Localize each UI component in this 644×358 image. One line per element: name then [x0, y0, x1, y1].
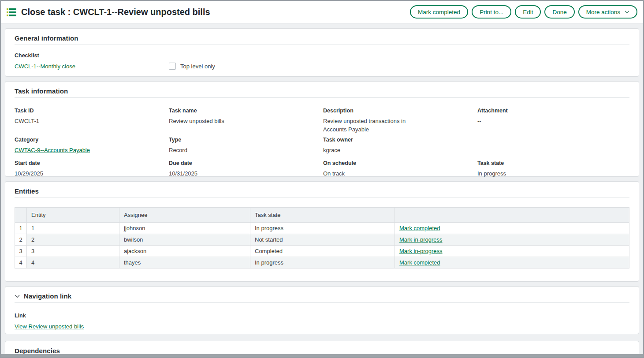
row-number: 3 [15, 246, 27, 257]
assignee-cell: ajackson [119, 246, 250, 257]
type-field: Type Record [169, 137, 323, 154]
table-row: 3 3 ajackson Completed Mark in-progress [15, 246, 629, 257]
task-information-heading: Task information [15, 87, 68, 95]
view-task-link[interactable]: View Review unposted bills [15, 323, 84, 330]
category-field: Category CWTAC-9--Accounts Payable [15, 137, 169, 154]
task-state-cell: Not started [250, 234, 395, 246]
column-header-action [395, 208, 629, 223]
table-row: 2 2 bwilson Not started Mark in-progress [15, 234, 629, 246]
entities-table-header-row: Entity Assignee Task state [15, 208, 629, 223]
checklist-field: Checklist CWCL-1--Monthly close [15, 52, 169, 71]
checklist-label: Checklist [15, 52, 169, 59]
task-information-section: Task information Task ID CWCLT-1 Task na… [5, 81, 639, 177]
assignee-cell: thayes [119, 257, 250, 268]
general-information-heading: General information [15, 34, 78, 42]
page-title: Close task : CWCLT-1--Review unposted bi… [21, 7, 210, 17]
assignee-cell: jjohnson [119, 223, 250, 234]
task-id-field: Task ID CWCLT-1 [15, 108, 169, 134]
edit-button[interactable]: Edit [515, 5, 541, 19]
row-number: 1 [15, 223, 27, 234]
table-row: 4 4 thayes In progress Mark completed [15, 257, 629, 268]
task-state-field: Task state In progress [477, 160, 629, 178]
window-bottom-edge [1, 354, 643, 357]
task-info-row-3: Start date 10/29/2025 Due date 10/31/202… [15, 160, 629, 178]
task-state-cell: In progress [250, 223, 395, 234]
task-owner-field: Task owner kgrace [323, 137, 477, 154]
entity-cell: 4 [27, 257, 119, 268]
mark-in-progress-link[interactable]: Mark in-progress [399, 236, 443, 243]
row-number: 2 [15, 234, 27, 246]
task-name-field: Task name Review unposted bills [169, 108, 323, 134]
chevron-down-icon[interactable] [15, 295, 20, 298]
task-state-cell: In progress [250, 257, 395, 268]
mark-completed-link[interactable]: Mark completed [399, 259, 440, 266]
top-level-only-label: Top level only [180, 63, 215, 70]
description-field: Description Review unposted transactions… [323, 108, 477, 134]
task-information-header: Task information [15, 87, 629, 98]
attachment-field: Attachment -- [477, 108, 629, 134]
header-title-group: Close task : CWCLT-1--Review unposted bi… [7, 7, 410, 17]
navigation-link-heading: Navigation link [24, 292, 71, 300]
chevron-down-icon [625, 11, 629, 14]
more-actions-button[interactable]: More actions [578, 5, 637, 19]
column-header-entity: Entity [27, 208, 119, 223]
general-information-row: Checklist CWCL-1--Monthly close Top leve… [15, 52, 629, 71]
entities-table: Entity Assignee Task state 1 1 jjohnson … [15, 207, 629, 268]
category-link[interactable]: CWTAC-9--Accounts Payable [15, 147, 90, 153]
column-header-rownum [15, 208, 27, 223]
due-date-field: Due date 10/31/2025 [169, 160, 323, 178]
mark-completed-button[interactable]: Mark completed [410, 5, 468, 19]
print-to-button[interactable]: Print to... [472, 5, 511, 19]
general-information-header: General information [15, 34, 629, 45]
more-actions-label: More actions [586, 9, 620, 15]
assignee-cell: bwilson [119, 234, 250, 246]
mark-in-progress-link[interactable]: Mark in-progress [399, 248, 443, 254]
top-level-only-group: Top level only [169, 63, 215, 70]
task-state-cell: Completed [250, 246, 395, 257]
top-level-only-checkbox[interactable] [169, 63, 176, 70]
task-info-row-1: Task ID CWCLT-1 Task name Review unposte… [15, 108, 629, 134]
row-number: 4 [15, 257, 27, 268]
checklist-link[interactable]: CWCL-1--Monthly close [15, 63, 75, 70]
entities-section: Entities Entity Assignee Task state [5, 181, 639, 282]
header-actions: Mark completed Print to... Edit Done Mor… [410, 5, 637, 19]
dependencies-heading: Dependencies [15, 347, 60, 354]
empty-cell [477, 137, 629, 154]
entities-header: Entities [15, 187, 629, 198]
entity-cell: 2 [27, 234, 119, 246]
page-header: Close task : CWCLT-1--Review unposted bi… [1, 1, 643, 23]
entity-cell: 3 [27, 246, 119, 257]
column-header-task-state: Task state [250, 208, 395, 223]
task-info-row-2: Category CWTAC-9--Accounts Payable Type … [15, 137, 629, 154]
column-header-assignee: Assignee [119, 208, 250, 223]
general-information-section: General information Checklist CWCL-1--Mo… [5, 28, 639, 77]
navigation-link-section: Navigation link Link View Review unposte… [5, 286, 639, 334]
link-label: Link [15, 313, 629, 319]
entities-heading: Entities [15, 187, 39, 195]
entity-cell: 1 [27, 223, 119, 234]
table-row: 1 1 jjohnson In progress Mark completed [15, 223, 629, 234]
page-body: General information Checklist CWCL-1--Mo… [1, 23, 643, 358]
app-window: Close task : CWCLT-1--Review unposted bi… [0, 0, 644, 358]
mark-completed-link[interactable]: Mark completed [399, 225, 440, 231]
on-schedule-field: On schedule On track [323, 160, 477, 178]
start-date-field: Start date 10/29/2025 [15, 160, 169, 178]
checklist-icon [7, 8, 16, 17]
done-button[interactable]: Done [544, 5, 574, 19]
navigation-link-header: Navigation link [15, 292, 629, 303]
